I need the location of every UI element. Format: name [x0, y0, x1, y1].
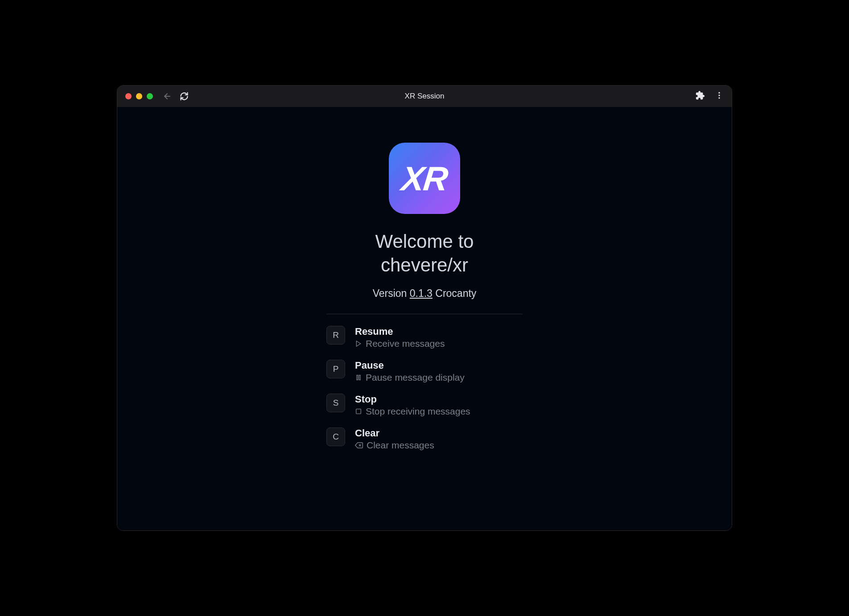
shortcut-desc-text: Receive messages	[366, 338, 445, 349]
heading-line-2: chevere/xr	[381, 255, 468, 275]
shortcut-stop: S Stop Stop receiving messages	[326, 394, 523, 417]
shortcut-info: Resume Receive messages	[355, 326, 445, 349]
arrow-left-icon	[163, 92, 172, 101]
more-vertical-icon	[715, 91, 724, 100]
browser-window: XR Session XR Welcome to chevere/xr Vers…	[117, 85, 732, 531]
version-text: Version 0.1.3 Crocanty	[373, 287, 477, 300]
shortcut-desc: Pause message display	[355, 372, 465, 383]
svg-rect-7	[356, 409, 361, 414]
svg-point-3	[718, 97, 720, 99]
version-prefix: Version	[373, 287, 410, 299]
shortcut-title: Pause	[355, 360, 465, 371]
svg-point-1	[718, 92, 720, 94]
shortcut-title: Resume	[355, 326, 445, 337]
key-c[interactable]: C	[326, 427, 345, 446]
titlebar: XR Session	[117, 86, 732, 107]
shortcut-clear: C Clear Clear messages	[326, 427, 523, 451]
maximize-window-button[interactable]	[147, 93, 153, 99]
svg-rect-6	[359, 375, 360, 380]
welcome-heading: Welcome to chevere/xr	[375, 230, 474, 277]
minimize-window-button[interactable]	[136, 93, 142, 99]
shortcut-desc: Stop receiving messages	[355, 406, 470, 417]
svg-rect-5	[357, 375, 358, 380]
page-content: XR Welcome to chevere/xr Version 0.1.3 C…	[117, 107, 732, 530]
clear-icon	[355, 441, 363, 449]
play-icon	[355, 340, 362, 347]
shortcut-pause: P Pause Pause message display	[326, 360, 523, 383]
reload-icon	[180, 92, 189, 101]
key-r[interactable]: R	[326, 326, 345, 345]
nav-controls	[163, 92, 189, 101]
reload-button[interactable]	[180, 92, 189, 101]
stop-icon	[355, 408, 362, 415]
svg-marker-4	[356, 341, 360, 346]
window-title: XR Session	[405, 92, 445, 101]
svg-point-2	[718, 94, 720, 96]
version-number[interactable]: 0.1.3	[410, 287, 433, 299]
version-codename: Crocanty	[433, 287, 476, 299]
heading-line-1: Welcome to	[375, 231, 474, 252]
divider	[326, 314, 523, 314]
app-logo: XR	[389, 143, 460, 214]
key-s[interactable]: S	[326, 394, 345, 412]
menu-button[interactable]	[715, 91, 724, 102]
shortcut-info: Pause Pause message display	[355, 360, 465, 383]
key-p[interactable]: P	[326, 360, 345, 378]
shortcut-desc: Receive messages	[355, 338, 445, 349]
shortcuts-list: R Resume Receive messages P Pause	[326, 326, 523, 451]
puzzle-icon	[695, 90, 705, 100]
right-controls	[695, 90, 724, 102]
shortcut-info: Stop Stop receiving messages	[355, 394, 470, 417]
shortcut-desc-text: Pause message display	[366, 372, 465, 383]
shortcut-title: Clear	[355, 427, 434, 439]
shortcut-desc: Clear messages	[355, 440, 434, 451]
shortcut-desc-text: Clear messages	[367, 440, 434, 451]
extensions-button[interactable]	[695, 90, 705, 102]
shortcut-title: Stop	[355, 394, 470, 405]
close-window-button[interactable]	[125, 93, 132, 99]
logo-text: XR	[400, 159, 449, 198]
shortcut-desc-text: Stop receiving messages	[366, 406, 470, 417]
pause-icon	[355, 374, 362, 381]
back-button[interactable]	[163, 92, 172, 101]
shortcut-info: Clear Clear messages	[355, 427, 434, 451]
traffic-lights	[125, 93, 153, 99]
shortcut-resume: R Resume Receive messages	[326, 326, 523, 349]
